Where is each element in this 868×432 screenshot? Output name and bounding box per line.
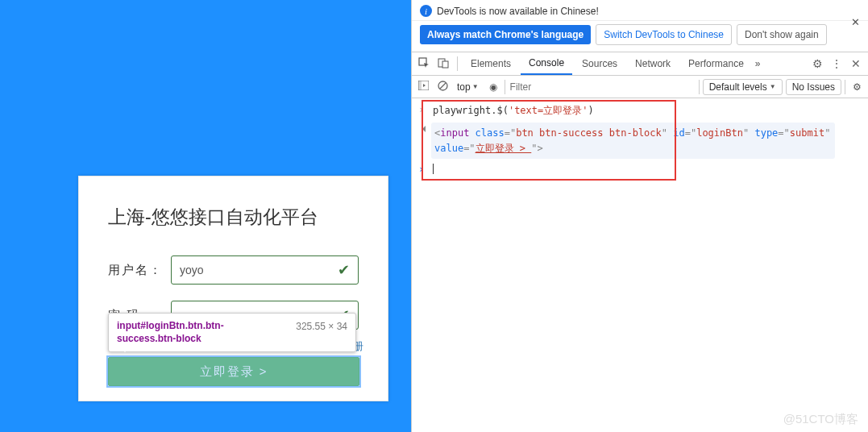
inspect-dimensions: 325.55 × 34 [296,319,347,332]
btn-switch-chinese[interactable]: Switch DevTools to Chinese [596,24,732,45]
divider [505,80,505,94]
console-input-line: › playwright.$('text=立即登录') [417,102,863,120]
tab-console[interactable]: Console [521,52,572,75]
watermark: @51CTO博客 [783,412,858,427]
devtools-close-icon[interactable]: ✕ [847,57,865,70]
tab-performance[interactable]: Performance [680,52,752,75]
btn-dont-show[interactable]: Don't show again [737,24,827,45]
svg-line-6 [440,83,446,89]
console-prompt-line[interactable]: › [417,161,863,177]
tab-elements[interactable]: Elements [463,52,519,75]
devtools-banner: i DevTools is now available in Chinese! … [412,0,868,21]
console-input-text: playwright.$('text=立即登录') [433,104,594,118]
login-title: 上海-悠悠接口自动化平台 [79,197,388,247]
check-icon: ✔ [338,261,358,279]
tab-network[interactable]: Network [627,52,679,75]
devtools-tabs: Elements Console Sources Network Perform… [412,52,868,76]
banner-close-icon[interactable]: ✕ [851,16,860,28]
info-icon: i [420,5,432,17]
tab-sources[interactable]: Sources [574,52,625,75]
divider [699,80,700,94]
sidebar-toggle-icon[interactable] [415,81,431,93]
banner-buttons: Always match Chrome's language Switch De… [412,21,868,52]
console-body[interactable]: › playwright.$('text=立即登录') <input class… [412,98,868,432]
divider [845,80,845,94]
username-input-wrap[interactable]: ✔ [171,255,359,285]
console-settings-icon[interactable]: ⚙ [849,81,865,93]
live-expression-icon[interactable]: ◉ [485,81,501,93]
login-card: 上海-悠悠接口自动化平台 用户名： ✔ 密 码： ✔ 注册 立即登录 > i [78,176,388,401]
inspect-element-icon[interactable] [415,57,433,71]
result-icon [418,123,426,135]
svg-rect-4 [418,81,422,90]
log-levels-selector[interactable]: Default levels▼ [703,79,783,95]
device-toggle-icon[interactable] [434,57,452,71]
svg-rect-2 [442,61,448,68]
issues-button[interactable]: No Issues [786,79,841,95]
username-row: 用户名： ✔ [79,247,388,293]
divider [457,56,458,71]
inspect-selector: input#loginBtn.btn.btn-success.btn-block [117,319,278,345]
context-selector[interactable]: top▼ [454,81,482,93]
page-preview: 上海-悠悠接口自动化平台 用户名： ✔ 密 码： ✔ 注册 立即登录 > i [0,0,411,432]
tabs-more-icon[interactable]: » [755,58,761,69]
username-input[interactable] [172,256,338,284]
console-toolbar: top▼ ◉ Default levels▼ No Issues ⚙ [412,76,868,98]
btn-always-match[interactable]: Always match Chrome's language [420,25,591,44]
prompt-icon: › [418,164,426,175]
string-literal: 'text=立即登录' [509,105,588,116]
settings-icon[interactable]: ⚙ [808,57,826,70]
prompt-icon: › [418,104,426,115]
console-result-line: <input class="btn btn-success btn-block"… [417,120,863,161]
console-result[interactable]: <input class="btn btn-success btn-block"… [431,123,835,159]
clear-console-icon[interactable] [434,81,451,93]
devtools: i DevTools is now available in Chinese! … [411,0,868,432]
text-cursor [433,164,434,174]
kebab-icon[interactable]: ⋮ [828,57,845,70]
console-filter-input[interactable] [509,80,696,94]
inspect-tooltip: input#loginBtn.btn.btn-success.btn-block… [108,313,356,352]
username-label: 用户名： [108,263,171,278]
banner-text: DevTools is now available in Chinese! [437,6,599,17]
inspect-highlight [108,357,359,386]
